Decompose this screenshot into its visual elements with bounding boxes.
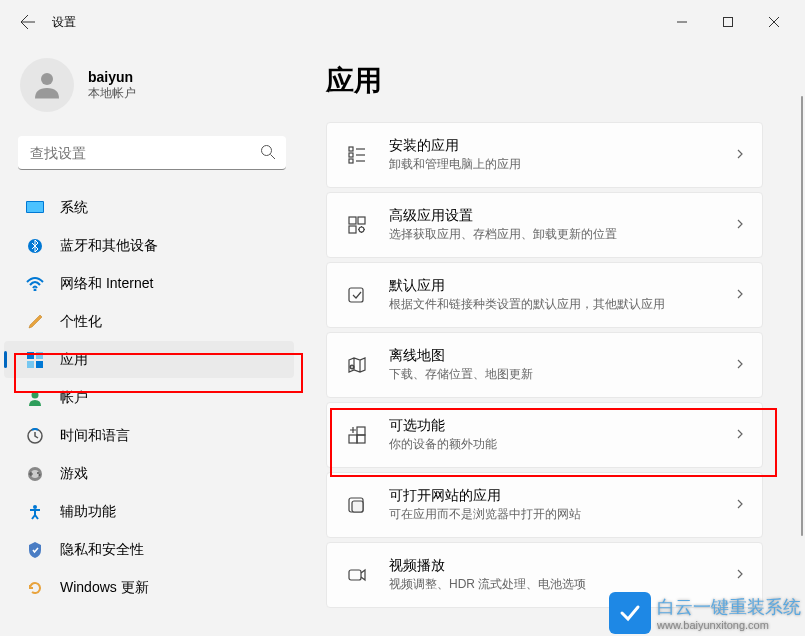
watermark-main: 白云一键重装系统: [657, 595, 801, 619]
svg-rect-38: [352, 501, 363, 512]
close-button[interactable]: [751, 2, 797, 42]
svg-rect-12: [36, 352, 43, 359]
svg-rect-26: [349, 159, 353, 163]
content-area: 应用 安装的应用卸载和管理电脑上的应用 高级应用设置选择获取应用、存档应用、卸载…: [304, 44, 805, 636]
optional-features-icon: [345, 423, 369, 447]
back-button[interactable]: [8, 2, 48, 42]
sidebar-item-network[interactable]: 网络和 Internet: [4, 265, 294, 302]
sidebar-item-label: 游戏: [60, 465, 88, 483]
option-title: 高级应用设置: [389, 207, 734, 225]
sidebar-item-label: 网络和 Internet: [60, 275, 153, 293]
video-playback-icon: [345, 563, 369, 587]
option-title: 默认应用: [389, 277, 734, 295]
svg-line-6: [271, 155, 276, 160]
svg-rect-11: [27, 352, 34, 359]
watermark-icon: [609, 592, 651, 634]
svg-rect-13: [27, 361, 34, 368]
sidebar-item-label: 时间和语言: [60, 427, 130, 445]
svg-rect-22: [349, 147, 353, 151]
option-title: 可选功能: [389, 417, 734, 435]
accessibility-icon: [26, 503, 44, 521]
option-desc: 你的设备的额外功能: [389, 436, 734, 453]
sidebar-item-label: 应用: [60, 351, 88, 369]
chevron-right-icon: [734, 356, 746, 374]
advanced-settings-icon: [345, 213, 369, 237]
svg-rect-14: [36, 361, 43, 368]
bluetooth-icon: [26, 237, 44, 255]
avatar: [20, 58, 74, 112]
gaming-icon: [26, 465, 44, 483]
content-scrollbar[interactable]: [801, 44, 805, 636]
sidebar-item-personalize[interactable]: 个性化: [4, 303, 294, 340]
minimize-button[interactable]: [659, 2, 705, 42]
svg-point-10: [34, 288, 37, 291]
sidebar: baiyun 本地帐户 系统 蓝牙和其他设备 网络和 Internet: [0, 44, 304, 636]
svg-rect-32: [349, 288, 363, 302]
option-desc: 可在应用而不是浏览器中打开的网站: [389, 506, 734, 523]
chevron-right-icon: [734, 286, 746, 304]
option-desc: 选择获取应用、存档应用、卸载更新的位置: [389, 226, 734, 243]
option-website-apps[interactable]: 可打开网站的应用可在应用而不是浏览器中打开的网站: [326, 472, 763, 538]
apps-icon: [26, 351, 44, 369]
option-desc: 卸载和管理电脑上的应用: [389, 156, 734, 173]
svg-rect-8: [27, 202, 43, 212]
sidebar-item-label: 系统: [60, 199, 88, 217]
time-icon: [26, 427, 44, 445]
svg-rect-28: [349, 217, 356, 224]
svg-rect-29: [358, 217, 365, 224]
network-icon: [26, 275, 44, 293]
website-apps-icon: [345, 493, 369, 517]
user-section[interactable]: baiyun 本地帐户: [0, 58, 304, 132]
search-icon: [260, 144, 276, 164]
svg-rect-36: [357, 435, 365, 443]
sidebar-item-bluetooth[interactable]: 蓝牙和其他设备: [4, 227, 294, 264]
svg-point-21: [33, 505, 37, 509]
option-advanced-settings[interactable]: 高级应用设置选择获取应用、存档应用、卸载更新的位置: [326, 192, 763, 258]
option-installed-apps[interactable]: 安装的应用卸载和管理电脑上的应用: [326, 122, 763, 188]
svg-rect-1: [724, 18, 733, 27]
sidebar-item-label: 蓝牙和其他设备: [60, 237, 158, 255]
sidebar-item-system[interactable]: 系统: [4, 189, 294, 226]
sidebar-item-gaming[interactable]: 游戏: [4, 455, 294, 492]
chevron-right-icon: [734, 426, 746, 444]
option-desc: 根据文件和链接种类设置的默认应用，其他默认应用: [389, 296, 734, 313]
chevron-right-icon: [734, 566, 746, 584]
sidebar-item-label: 帐户: [60, 389, 88, 407]
search-input[interactable]: [18, 136, 286, 170]
svg-rect-24: [349, 153, 353, 157]
option-title: 可打开网站的应用: [389, 487, 734, 505]
sidebar-item-accounts[interactable]: 帐户: [4, 379, 294, 416]
option-title: 安装的应用: [389, 137, 734, 155]
accounts-icon: [26, 389, 44, 407]
option-desc: 视频调整、HDR 流式处理、电池选项: [389, 576, 734, 593]
update-icon: [26, 579, 44, 597]
sidebar-item-label: 辅助功能: [60, 503, 116, 521]
offline-maps-icon: [345, 353, 369, 377]
system-icon: [26, 199, 44, 217]
sidebar-item-apps[interactable]: 应用: [4, 341, 294, 378]
option-optional-features[interactable]: 可选功能你的设备的额外功能: [326, 402, 763, 468]
option-title: 视频播放: [389, 557, 734, 575]
option-desc: 下载、存储位置、地图更新: [389, 366, 734, 383]
page-title: 应用: [326, 62, 763, 100]
installed-apps-icon: [345, 143, 369, 167]
sidebar-item-accessibility[interactable]: 辅助功能: [4, 493, 294, 530]
svg-rect-35: [349, 435, 357, 443]
svg-point-5: [262, 146, 272, 156]
svg-rect-34: [357, 427, 365, 435]
watermark: 白云一键重装系统 www.baiyunxitong.com: [609, 592, 801, 634]
sidebar-item-time[interactable]: 时间和语言: [4, 417, 294, 454]
option-offline-maps[interactable]: 离线地图下载、存储位置、地图更新: [326, 332, 763, 398]
sidebar-item-update[interactable]: Windows 更新: [4, 569, 294, 606]
sidebar-item-privacy[interactable]: 隐私和安全性: [4, 531, 294, 568]
user-name: baiyun: [88, 69, 136, 85]
option-default-apps[interactable]: 默认应用根据文件和链接种类设置的默认应用，其他默认应用: [326, 262, 763, 328]
chevron-right-icon: [734, 496, 746, 514]
svg-point-20: [39, 474, 41, 476]
svg-rect-39: [349, 570, 361, 580]
chevron-right-icon: [734, 146, 746, 164]
sidebar-item-label: Windows 更新: [60, 579, 149, 597]
maximize-button[interactable]: [705, 2, 751, 42]
window-title: 设置: [52, 14, 76, 31]
chevron-right-icon: [734, 216, 746, 234]
